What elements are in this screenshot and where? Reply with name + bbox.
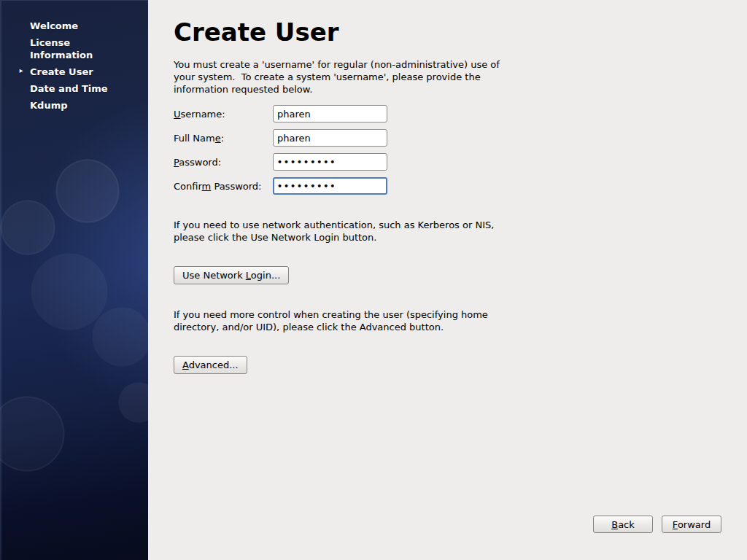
label-accel: e [215,133,221,144]
network-auth-text: If you need to use network authenticatio… [174,219,511,244]
advanced-info-text: If you need more control when creating t… [174,308,511,333]
create-user-form: Username: Full Name: Password: Confirm P… [174,105,747,195]
intro-text: You must create a 'username' for regular… [174,58,511,96]
step-label: Create User [30,66,93,77]
wizard-nav-bar: Back Forward [593,516,721,533]
step-label: Welcome [30,20,78,31]
step-kdump: Kdump [0,99,120,112]
button-label-accel: A [182,359,189,370]
use-network-login-button[interactable]: Use Network Login... [174,266,289,284]
label-accel: m [202,181,212,192]
password-row: Password: [174,153,747,171]
button-label-accel: B [611,519,618,530]
confirm-password-row: Confirm Password: [174,177,747,195]
label-part: assword: [179,157,221,168]
label-part: sername: [181,109,225,120]
button-label-accel: F [673,519,678,530]
full-name-row: Full Name: [174,129,747,147]
button-label-part: dvanced... [189,359,239,370]
label-part: Password: [211,181,261,192]
button-label-part: Use Network [182,270,246,281]
button-label-part: ogin... [251,270,280,281]
confirm-password-input[interactable] [273,177,387,195]
forward-button[interactable]: Forward [662,516,721,533]
label-part: Full Nam [174,133,215,144]
advanced-button[interactable]: Advanced... [174,356,247,374]
step-date-and-time: Date and Time [0,82,120,95]
wizard-step-sidebar: Welcome License Information ‣ Create Use… [0,0,148,560]
current-step-arrow-icon: ‣ [18,66,24,77]
label-part: : [221,133,224,144]
step-welcome: Welcome [0,20,120,32]
password-label: Password: [174,157,273,168]
username-label: Username: [174,109,273,120]
full-name-input[interactable] [273,129,387,147]
step-license-information: License Information [0,36,120,61]
step-create-user: ‣ Create User [0,66,120,78]
button-label-accel: L [246,270,251,281]
main-content: Create User You must create a 'username'… [148,0,747,560]
username-input[interactable] [273,105,387,122]
button-label-part: orward [678,519,711,530]
back-button[interactable]: Back [593,516,653,533]
wizard-step-list: Welcome License Information ‣ Create Use… [0,20,148,116]
label-part: Confir [174,181,202,192]
username-row: Username: [174,105,747,122]
confirm-password-label: Confirm Password: [174,181,273,192]
step-label: Kdump [30,100,68,111]
button-label-part: ack [618,519,635,530]
step-label: License Information [30,37,93,61]
full-name-label: Full Name: [174,133,273,144]
label-accel: U [174,109,181,120]
password-input[interactable] [273,153,387,171]
step-label: Date and Time [30,83,108,94]
page-title: Create User [174,18,747,47]
